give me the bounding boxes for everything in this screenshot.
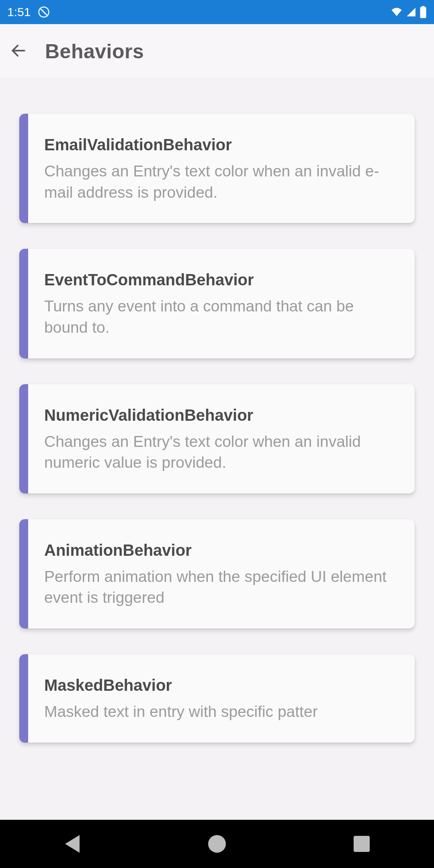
content-area: EmailValidationBehavior Changes an Entry… xyxy=(0,78,434,820)
status-time: 1:51 xyxy=(7,5,31,19)
app-notification-icon xyxy=(38,6,50,18)
triangle-back-icon xyxy=(65,835,80,853)
system-home-button[interactable] xyxy=(201,828,233,860)
card-description: Changes an Entry's text color when an in… xyxy=(44,161,399,203)
arrow-left-icon xyxy=(10,42,27,61)
card-title: EventToCommandBehavior xyxy=(44,271,399,289)
status-bar: 1:51 xyxy=(0,0,434,24)
card-title: NumericValidationBehavior xyxy=(44,406,399,424)
card-description: Changes an Entry's text color when an in… xyxy=(44,431,399,473)
behavior-card-email-validation[interactable]: EmailValidationBehavior Changes an Entry… xyxy=(19,114,415,223)
card-title: EmailValidationBehavior xyxy=(44,136,399,154)
card-accent-bar xyxy=(19,519,28,628)
card-accent-bar xyxy=(19,654,28,743)
card-accent-bar xyxy=(19,114,28,223)
back-button[interactable] xyxy=(8,41,29,62)
wifi-icon xyxy=(391,6,403,18)
system-back-button[interactable] xyxy=(56,828,88,860)
cell-signal-icon xyxy=(406,7,416,17)
card-title: MaskedBehavior xyxy=(44,676,318,694)
card-accent-bar xyxy=(19,384,28,493)
app-bar: Behaviors xyxy=(0,24,434,78)
system-nav-bar xyxy=(0,820,434,868)
svg-rect-2 xyxy=(422,6,425,8)
card-description: Turns any event into a command that can … xyxy=(44,296,399,338)
card-description: Masked text in entry with specific patte… xyxy=(44,701,318,723)
system-recent-button[interactable] xyxy=(346,828,378,860)
behavior-card-event-to-command[interactable]: EventToCommandBehavior Turns any event i… xyxy=(19,249,415,358)
square-recent-icon xyxy=(354,836,370,852)
card-description: Perform animation when the specified UI … xyxy=(44,566,399,608)
behavior-card-animation[interactable]: AnimationBehavior Perform animation when… xyxy=(19,519,415,628)
battery-icon xyxy=(420,6,427,18)
card-accent-bar xyxy=(19,249,28,358)
behavior-card-numeric-validation[interactable]: NumericValidationBehavior Changes an Ent… xyxy=(19,384,415,493)
svg-rect-1 xyxy=(420,7,426,18)
behavior-card-masked[interactable]: MaskedBehavior Masked text in entry with… xyxy=(19,654,415,743)
card-title: AnimationBehavior xyxy=(44,541,399,559)
circle-home-icon xyxy=(208,835,226,853)
page-title: Behaviors xyxy=(45,40,144,63)
